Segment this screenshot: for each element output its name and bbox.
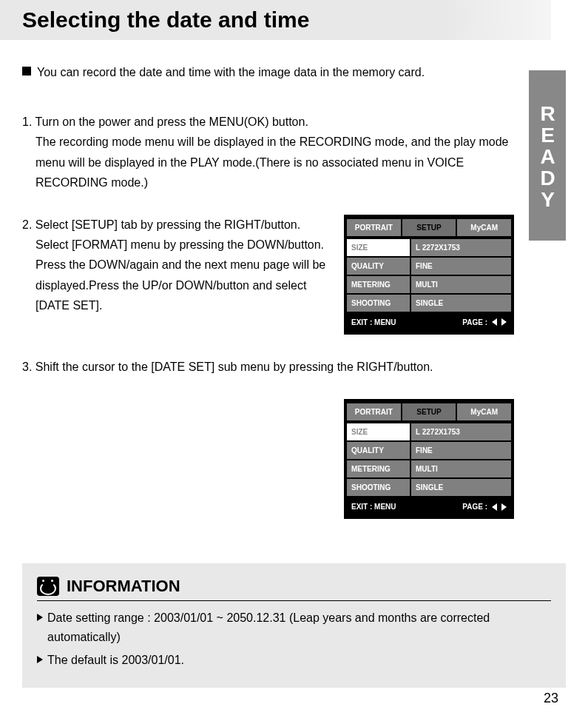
value-shooting: SINGLE (411, 295, 511, 312)
intro-text: You can record the date and time with th… (37, 62, 425, 82)
screen1-tabs: PORTRAIT SETUP MyCAM (347, 219, 511, 236)
label-size: SIZE (347, 239, 410, 256)
step1-line2: The recording mode menu will be displaye… (22, 132, 514, 192)
screen1-rows: SIZE L 2272X1753 QUALITY FINE METERING M… (347, 239, 511, 312)
row-metering-2: METERING MULTI (347, 460, 511, 477)
label-quality: QUALITY (347, 258, 410, 275)
info-face-icon (37, 577, 59, 596)
square-bullet-icon (22, 67, 31, 76)
info-header: INFORMATION (37, 577, 551, 601)
info-title: INFORMATION (67, 577, 180, 596)
row-size: SIZE L 2272X1753 (347, 239, 511, 256)
row-size-2: SIZE L 2272X1753 (347, 423, 511, 440)
label-size-2: SIZE (347, 423, 410, 440)
tab-setup-2: SETUP (402, 403, 456, 420)
tab-mycam: MyCAM (457, 219, 511, 236)
value-metering: MULTI (411, 276, 511, 293)
screen1-footer: EXIT : MENU PAGE : (347, 312, 511, 330)
value-shooting-2: SINGLE (411, 479, 511, 496)
info-item2-text: The default is 2003/01/01. (47, 651, 184, 670)
side-tab-label: READY (535, 102, 559, 209)
side-tab-ready: READY (529, 70, 566, 241)
value-quality-2: FINE (411, 442, 511, 459)
triangle-right-icon-2 (501, 503, 507, 511)
step-1: 1. Turn on the power and press the MENU(… (22, 112, 514, 192)
step-2: 2. Select [SETUP] tab by pressing the RI… (22, 215, 514, 335)
triangle-right-icon (501, 318, 507, 326)
label-quality-2: QUALITY (347, 442, 410, 459)
info-item1-text: Date setting range : 2003/01/01 ~ 2050.1… (47, 608, 551, 646)
screen2-footer: EXIT : MENU PAGE : (347, 496, 511, 514)
page-arrows: PAGE : (462, 316, 507, 329)
title-bar: Selecting the date and time (0, 0, 551, 40)
label-shooting: SHOOTING (347, 295, 410, 312)
page-title: Selecting the date and time (22, 7, 536, 33)
exit-label: EXIT : MENU (351, 316, 396, 329)
page-label: PAGE : (462, 316, 487, 329)
step-3: 3. Shift the cursor to the [DATE SET] su… (22, 357, 514, 377)
screen2-rows: SIZE L 2272X1753 QUALITY FINE METERING M… (347, 423, 511, 496)
row-quality-2: QUALITY FINE (347, 442, 511, 459)
triangle-left-icon-2 (492, 503, 497, 511)
row-metering: METERING MULTI (347, 276, 511, 293)
info-item-2: The default is 2003/01/01. (37, 651, 551, 670)
row-shooting-2: SHOOTING SINGLE (347, 479, 511, 496)
triangle-bullet-icon-2 (37, 656, 43, 663)
page-number: 23 (544, 691, 558, 706)
value-size-2: L 2272X1753 (411, 423, 511, 440)
camera-screen-2: PORTRAIT SETUP MyCAM SIZE L 2272X1753 QU… (344, 399, 514, 519)
step2-text: 2. Select [SETUP] tab by pressing the RI… (22, 215, 329, 315)
value-quality: FINE (411, 258, 511, 275)
exit-label-2: EXIT : MENU (351, 500, 396, 513)
triangle-bullet-icon (37, 614, 43, 621)
screen2-wrapper: PORTRAIT SETUP MyCAM SIZE L 2272X1753 QU… (22, 399, 514, 519)
row-shooting: SHOOTING SINGLE (347, 295, 511, 312)
triangle-left-icon (492, 318, 497, 326)
tab-portrait-2: PORTRAIT (347, 403, 401, 420)
information-box: INFORMATION Date setting range : 2003/01… (22, 563, 566, 688)
label-metering: METERING (347, 276, 410, 293)
row-quality: QUALITY FINE (347, 258, 511, 275)
page-label-2: PAGE : (462, 500, 487, 513)
tab-mycam-2: MyCAM (457, 403, 511, 420)
value-metering-2: MULTI (411, 460, 511, 477)
intro-paragraph: You can record the date and time with th… (22, 62, 514, 82)
label-shooting-2: SHOOTING (347, 479, 410, 496)
screen2-tabs: PORTRAIT SETUP MyCAM (347, 403, 511, 420)
page-arrows-2: PAGE : (462, 500, 507, 513)
tab-portrait: PORTRAIT (347, 219, 401, 236)
value-size: L 2272X1753 (411, 239, 511, 256)
info-item-1: Date setting range : 2003/01/01 ~ 2050.1… (37, 608, 551, 646)
label-metering-2: METERING (347, 460, 410, 477)
step1-line1: 1. Turn on the power and press the MENU(… (22, 112, 514, 132)
step3-text: 3. Shift the cursor to the [DATE SET] su… (22, 357, 514, 377)
camera-screen-1: PORTRAIT SETUP MyCAM SIZE L 2272X1753 QU… (344, 215, 514, 335)
content-area: You can record the date and time with th… (0, 40, 588, 519)
tab-setup: SETUP (402, 219, 456, 236)
